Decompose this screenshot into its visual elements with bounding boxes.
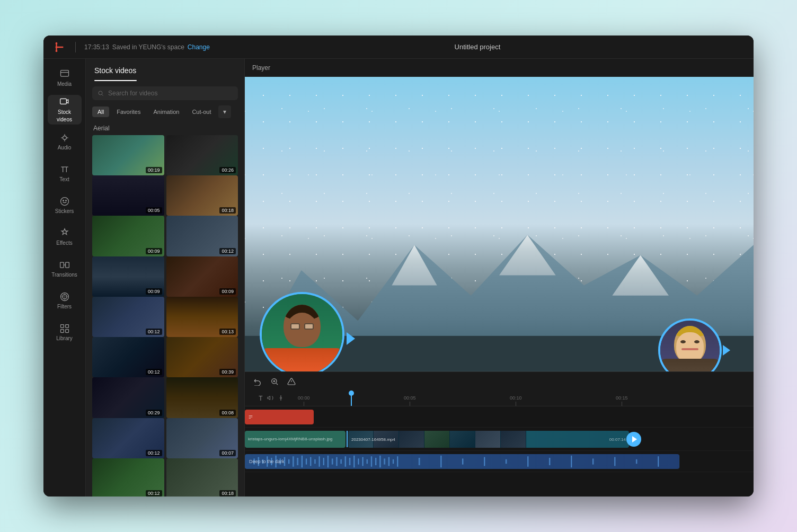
change-button[interactable]: Change [188, 43, 210, 51]
warning-button[interactable] [285, 375, 298, 388]
video-thumb-14[interactable]: 00:08 [166, 377, 238, 418]
svg-rect-50 [327, 455, 329, 467]
svg-rect-43 [297, 458, 298, 465]
sidebar-item-transitions[interactable]: Transitions [48, 254, 82, 283]
svg-point-9 [65, 200, 66, 201]
svg-rect-17 [65, 330, 68, 333]
video-thumb-16[interactable]: 00:07 [166, 418, 238, 458]
video-thumb-6[interactable]: 00:12 [166, 216, 238, 256]
video-thumb-5[interactable]: 00:09 [92, 216, 164, 256]
undo-button[interactable] [251, 375, 264, 388]
text-tool-button[interactable]: T [259, 395, 262, 402]
video-thumb-11[interactable]: 00:12 [92, 337, 164, 377]
clip-image-label: kristaps-ungurs-lomj4XMjRNB8-unsplash.jp… [248, 437, 332, 441]
split-button[interactable] [278, 394, 284, 403]
zoom-in-button[interactable] [268, 375, 281, 388]
svg-point-2 [56, 42, 58, 44]
person-right-arrow [723, 345, 730, 356]
filter-tab-all[interactable]: All [92, 107, 109, 117]
filter-tab-favorites[interactable]: Favorites [111, 107, 146, 117]
svg-point-7 [60, 198, 68, 206]
video-thumb-18[interactable]: 00:18 [166, 458, 238, 496]
sidebar-label-transitions: Transitions [51, 272, 77, 278]
svg-rect-68 [440, 455, 441, 467]
volume-button[interactable] [267, 394, 273, 403]
svg-rect-49 [323, 458, 324, 465]
svg-rect-11 [65, 262, 69, 268]
video-thumb-17[interactable]: 00:12 [92, 458, 164, 496]
svg-rect-42 [293, 456, 294, 467]
left-sidebar: Media Stock videos Audio [43, 59, 86, 496]
video-thumb-10[interactable]: 00:13 [166, 297, 238, 337]
svg-rect-44 [302, 455, 303, 467]
sidebar-item-stock-videos[interactable]: Stock videos [48, 95, 82, 125]
track-audio: Deep to the dark [245, 451, 754, 472]
svg-rect-52 [336, 457, 337, 466]
svg-rect-74 [571, 455, 572, 467]
clip-audio[interactable]: Deep to the dark [245, 454, 679, 469]
video-thumb-2[interactable]: 00:26 [166, 135, 238, 175]
title-divider [75, 42, 76, 52]
search-input[interactable] [108, 90, 233, 97]
sidebar-label-effects: Effects [56, 240, 72, 246]
video-thumb-9[interactable]: 00:12 [92, 297, 164, 337]
svg-rect-48 [318, 456, 320, 467]
save-time: 17:35:13 [84, 43, 109, 51]
svg-rect-65 [393, 459, 394, 463]
svg-rect-71 [506, 459, 507, 463]
svg-rect-51 [332, 458, 333, 464]
filter-tab-animation[interactable]: Animation [148, 107, 184, 117]
player-video [245, 77, 754, 371]
clip-play-button[interactable] [626, 432, 641, 447]
video-duration-12: 00:39 [219, 369, 236, 375]
clip-caption[interactable] [245, 410, 314, 424]
sidebar-label-library: Library [56, 335, 73, 341]
svg-rect-41 [288, 459, 289, 463]
video-thumb-1[interactable]: 00:19 [92, 135, 164, 175]
svg-rect-47 [314, 459, 315, 463]
search-icon [98, 90, 104, 96]
svg-rect-46 [310, 457, 311, 466]
clip-video[interactable]: 20230407-164958.mp4 00:07:14 [348, 431, 629, 448]
video-thumb-4[interactable]: 00:18 [166, 175, 238, 216]
sidebar-item-audio[interactable]: Audio [48, 127, 82, 156]
sidebar-item-media[interactable]: Media [48, 63, 82, 93]
svg-rect-45 [306, 458, 307, 464]
video-thumb-12[interactable]: 00:39 [166, 337, 238, 377]
sidebar-item-effects[interactable]: Effects [48, 222, 82, 252]
video-thumb-8[interactable]: 00:09 [166, 256, 238, 297]
video-thumb-7[interactable]: 00:09 [92, 256, 164, 297]
svg-point-3 [56, 50, 58, 52]
video-duration-18: 00:18 [219, 490, 236, 496]
svg-rect-53 [340, 459, 341, 463]
video-duration-7: 00:09 [146, 288, 162, 295]
filter-more-button[interactable]: ▾ [218, 105, 231, 118]
track-video: kristaps-ungurs-lomj4XMjRNB8-unsplash.jp… [245, 428, 754, 451]
sidebar-item-library[interactable]: Library [48, 317, 82, 347]
sidebar-item-text[interactable]: Text [48, 158, 82, 188]
filter-tabs: All Favorites Animation Cut-out ▾ [86, 105, 244, 118]
sidebar-label-filters: Filters [57, 304, 72, 309]
player-area: Player [245, 59, 754, 391]
video-thumb-3[interactable]: 00:05 [92, 175, 164, 216]
video-duration-10: 00:13 [219, 329, 236, 335]
video-duration-15: 00:12 [146, 450, 162, 456]
video-thumb-13[interactable]: 00:29 [92, 377, 164, 418]
sidebar-item-filters[interactable]: Filters [48, 286, 82, 315]
sidebar-label-media: Media [57, 81, 72, 87]
playhead[interactable] [351, 391, 352, 406]
svg-rect-10 [60, 262, 64, 268]
svg-rect-54 [345, 456, 346, 467]
video-duration-6: 00:12 [219, 248, 236, 254]
video-duration-17: 00:12 [146, 490, 162, 496]
filter-tab-cutout[interactable]: Cut-out [187, 107, 216, 117]
sidebar-item-stickers[interactable]: Stickers [48, 190, 82, 220]
video-thumb-15[interactable]: 00:12 [92, 418, 164, 458]
clip-image[interactable]: kristaps-ungurs-lomj4XMjRNB8-unsplash.jp… [245, 431, 346, 448]
svg-rect-78 [658, 456, 659, 467]
stock-videos-panel: Stock videos All Favorites Animation Cut… [86, 59, 245, 496]
person-overlay-left [260, 292, 344, 371]
search-box[interactable] [92, 86, 238, 100]
svg-rect-69 [462, 458, 463, 464]
video-duration-1: 00:19 [146, 167, 162, 173]
